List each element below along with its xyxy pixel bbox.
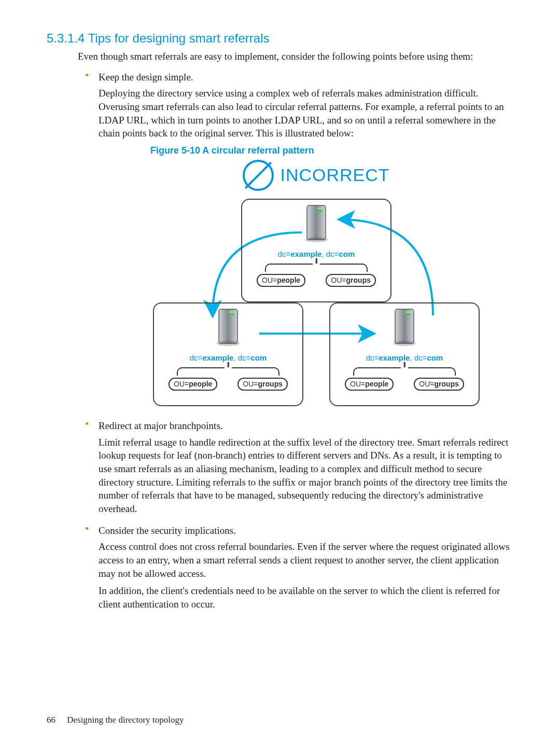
figure-circular-referral: INCORRECT dc=example, dc=com: [150, 160, 482, 409]
bullet-title: Redirect at major branchpoints.: [99, 419, 513, 433]
ou-people-label: OU=people: [169, 378, 217, 391]
bullet-body: Deploying the directory service using a …: [99, 87, 513, 140]
svg-rect-10: [405, 311, 411, 313]
document-page: 5.3.1.4 Tips for designing smart referra…: [0, 0, 560, 746]
svg-point-9: [393, 341, 416, 346]
ou-people-label: OU=people: [257, 274, 305, 287]
figure-caption: Figure 5-10 A circular referral pattern: [150, 144, 513, 157]
svg-rect-7: [229, 314, 234, 315]
server-icon: [214, 306, 243, 348]
bullet-title: Keep the design simple.: [99, 71, 513, 84]
brace-icon: [257, 261, 376, 275]
section-heading: 5.3.1.4 Tips for designing smart referra…: [47, 31, 513, 46]
page-footer: 66 Designing the directory topology: [47, 715, 184, 725]
svg-point-5: [217, 341, 240, 346]
intro-paragraph: Even though smart referrals are easy to …: [78, 50, 513, 63]
svg-point-1: [305, 237, 328, 242]
svg-rect-4: [219, 309, 237, 343]
chapter-title: Designing the directory topology: [67, 715, 184, 725]
server-node-bottom-left: dc=example, dc=com OU=people OU=groups: [166, 306, 290, 391]
server-node-bottom-right: dc=example, dc=com OU=people OU=groups: [342, 306, 467, 391]
svg-rect-6: [229, 311, 234, 313]
ou-groups-label: OU=groups: [326, 274, 376, 287]
svg-rect-3: [317, 210, 323, 212]
ou-groups-label: OU=groups: [237, 378, 288, 391]
svg-rect-0: [307, 205, 326, 240]
svg-rect-8: [395, 309, 414, 343]
svg-rect-2: [317, 208, 323, 209]
list-item: Consider the security implications. Acce…: [78, 522, 513, 617]
bullet-body: In addition, the client's credentials ne…: [99, 584, 513, 611]
brace-icon: [169, 365, 288, 379]
server-node-top: dc=example, dc=com OU=people OU=groups: [254, 202, 379, 287]
page-number: 66: [47, 715, 55, 725]
prohibited-icon: [243, 160, 274, 191]
list-item: Redirect at major branchpoints. Limit re…: [78, 417, 513, 521]
incorrect-label: INCORRECT: [280, 163, 389, 187]
bullet-body: Limit referral usage to handle redirecti…: [99, 436, 513, 516]
brace-icon: [345, 365, 464, 379]
ou-people-label: OU=people: [345, 378, 394, 391]
server-icon: [390, 306, 419, 348]
bullet-body: Access control does not cross referral b…: [99, 540, 513, 580]
ou-groups-label: OU=groups: [414, 378, 464, 391]
bullet-list: Keep the design simple. Deploying the di…: [78, 68, 513, 617]
server-icon: [302, 202, 331, 244]
bullet-title: Consider the security implications.: [99, 524, 513, 537]
list-item: Keep the design simple. Deploying the di…: [78, 68, 513, 418]
incorrect-banner: INCORRECT: [150, 160, 482, 191]
svg-rect-11: [405, 314, 411, 315]
